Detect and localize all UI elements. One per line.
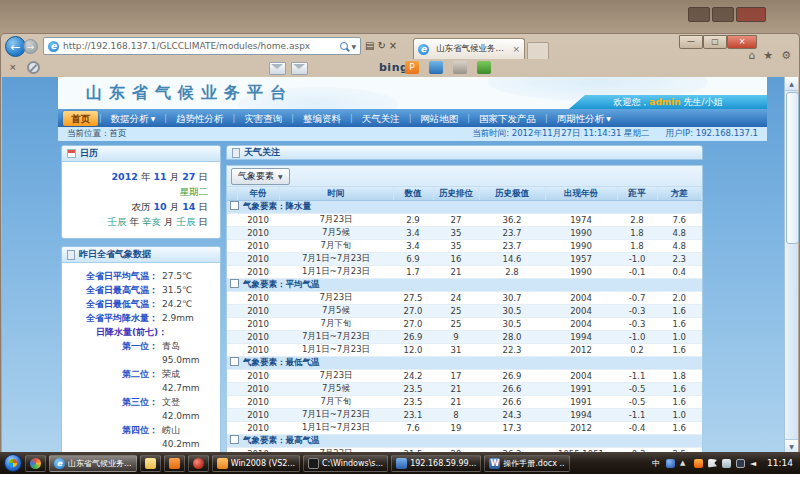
search-icon[interactable] (340, 42, 348, 50)
scroll-up-icon[interactable]: ▲ (785, 77, 798, 91)
scroll-down-icon[interactable]: ▼ (785, 439, 798, 453)
send-page-icon[interactable] (291, 62, 308, 75)
menu-item-3[interactable]: 灾害查询 (236, 111, 290, 126)
close-button[interactable]: × (727, 35, 757, 49)
network-icon[interactable] (722, 459, 731, 468)
row-checkbox-cell (227, 409, 237, 422)
taskbar-button-label: 192.168.59.99... (410, 459, 476, 468)
sidebar: 日历 2012 年 11 月 27 日星期二农历 10 月 14 日壬辰 年 辛… (61, 145, 221, 453)
compatibility-view-icon[interactable]: ▤ (365, 38, 374, 54)
data-cell: 2012 (545, 422, 617, 435)
menu-separator: | (98, 114, 103, 123)
data-cell: 1974 (545, 214, 617, 227)
blocked-addon-icon[interactable] (27, 61, 40, 74)
data-cell: 23.7 (479, 227, 545, 240)
data-cell: 2.0 (657, 292, 702, 305)
data-cell: 2004 (545, 318, 617, 331)
data-cell: 25 (433, 305, 479, 318)
action-center-flag-icon[interactable] (708, 459, 717, 468)
data-cell: 7月1日~7月23日 (279, 253, 393, 266)
menu-item-5[interactable]: 天气关注 (354, 111, 408, 126)
maximize-button[interactable]: ▢ (703, 35, 727, 49)
data-cell: 12.0 (393, 344, 433, 357)
vertical-scrollbar[interactable]: ▲ ▼ (784, 77, 798, 453)
section-checkbox[interactable] (230, 357, 239, 366)
section-checkbox[interactable] (230, 201, 239, 210)
section-cell: 气象要素：降水量 (227, 201, 702, 214)
display-icon[interactable] (736, 459, 745, 468)
row-checkbox-cell (227, 240, 237, 253)
data-cell: 2.3 (657, 253, 702, 266)
address-bar[interactable]: e http://192.168.137.1/GLCCLIMATE/module… (43, 37, 361, 55)
menu-item-6[interactable]: 网站地图 (412, 111, 466, 126)
address-dropdown-icon[interactable]: ▼ (351, 43, 356, 50)
menu-item-4[interactable]: 整编资料 (295, 111, 349, 126)
menu-item-1[interactable]: 数据分析▼ (103, 111, 164, 126)
bing-logo: bing (379, 61, 408, 74)
taskbar-button-1[interactable]: e山东省气候业务... (49, 455, 137, 472)
element-filter-button[interactable]: 气象要素 ▼ (231, 168, 290, 185)
browser-tab[interactable]: e 山东省气候业务平... × (413, 38, 525, 59)
data-cell: 7月5候 (279, 305, 393, 318)
data-cell: 30.7 (479, 292, 545, 305)
scrollbar-thumb[interactable] (786, 92, 799, 244)
orange-icon (169, 458, 180, 469)
status-bar: 当前位置：首页 当前时间: 2012年11月27日 11:14:31 星期二 用… (58, 127, 767, 141)
taskbar-button-0[interactable] (25, 455, 46, 472)
data-cell: 1990 (545, 266, 617, 279)
data-cell: 27.0 (393, 305, 433, 318)
translator-icon[interactable] (453, 61, 467, 74)
tray-app-icon[interactable] (666, 459, 675, 468)
stat-label: 全省日平均气温： (66, 269, 158, 283)
data-cell: 7.6 (393, 422, 433, 435)
menu-item-0[interactable]: 首页 (63, 111, 98, 126)
ime-indicator[interactable]: 中 (652, 459, 661, 468)
share-icon[interactable] (477, 61, 491, 74)
row-checkbox-cell (227, 383, 237, 396)
data-cell: 35 (433, 240, 479, 253)
menu-item-8[interactable]: 周期性分析▼ (549, 111, 619, 126)
row-checkbox-cell (227, 396, 237, 409)
forward-button[interactable]: → (23, 39, 38, 54)
stat-label: 全省日最低气温： (66, 297, 158, 311)
data-cell: 7月下旬 (279, 240, 393, 253)
weather-table: 年份时间数值历史排位历史极值出现年份距平方差 气象要素：降水量20107月23日… (227, 187, 702, 453)
tray-overflow-icon[interactable]: ▲ (680, 459, 689, 468)
row-checkbox-cell (227, 370, 237, 383)
browser-window: ← → e http://192.168.137.1/GLCCLIMATE/mo… (0, 33, 800, 452)
volume-icon[interactable]: ◄ (750, 459, 759, 468)
taskbar-button-4[interactable] (188, 455, 209, 472)
row-checkbox-cell (227, 305, 237, 318)
data-cell: 3.4 (393, 240, 433, 253)
section-cell: 气象要素：最低气温 (227, 357, 702, 370)
bing-search-icon[interactable]: Ρ (405, 61, 419, 74)
taskbar-clock[interactable]: 11:14 (767, 458, 793, 468)
weather-focus-panel: 天气关注 气象要素 ▼ 年份时间数值历史排位历史极值出 (226, 145, 703, 453)
taskbar-button-7[interactable]: 192.168.59.99... (391, 455, 481, 472)
minimize-button[interactable]: — (679, 35, 703, 49)
toolbar-close-icon[interactable]: × (9, 62, 17, 72)
taskbar-button-3[interactable] (164, 455, 185, 472)
section-checkbox[interactable] (230, 435, 239, 444)
taskbar-button-5[interactable]: Win2008 (VS2... (212, 455, 300, 472)
data-cell: 17 (433, 370, 479, 383)
menu-item-2[interactable]: 趋势性分析 (168, 111, 232, 126)
stop-icon[interactable]: × (389, 38, 397, 54)
taskbar-button-2[interactable] (140, 455, 161, 472)
data-cell: -1.0 (617, 253, 657, 266)
taskbar-button-6[interactable]: C:\Windows\s... (303, 455, 388, 472)
mail-icon[interactable] (269, 62, 286, 75)
refresh-icon[interactable]: ↻ (377, 38, 385, 54)
section-checkbox[interactable] (230, 279, 239, 288)
start-button[interactable] (4, 454, 22, 472)
tab-close-icon[interactable]: × (512, 44, 520, 54)
taskbar-button-8[interactable]: W操作手册.docx .. (484, 455, 569, 472)
chevron-down-icon: ▼ (606, 112, 611, 125)
menu-item-7[interactable]: 国家下发产品 (471, 111, 544, 126)
section-name: 气象要素：平均气温 (243, 279, 320, 289)
new-tab-button[interactable] (527, 42, 549, 59)
row-checkbox-cell (227, 331, 237, 344)
camera-icon[interactable] (429, 61, 443, 74)
stat-value: 27.5℃ (162, 269, 192, 283)
tray-flame-icon[interactable] (694, 459, 703, 468)
